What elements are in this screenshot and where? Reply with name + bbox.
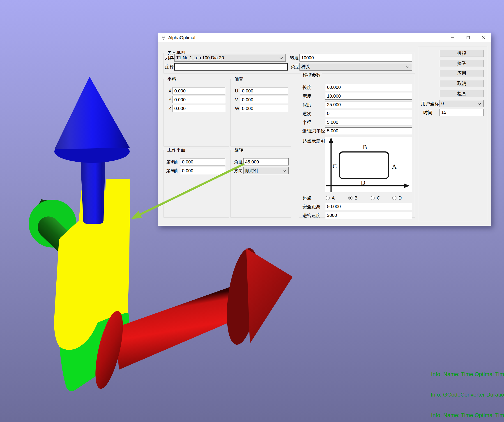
- passes-input[interactable]: 0: [325, 110, 412, 117]
- radio-icon: [371, 196, 375, 200]
- maximize-button[interactable]: [461, 33, 476, 42]
- minimize-icon: [451, 36, 454, 39]
- diagram-label-top: B: [363, 144, 367, 151]
- title-bar[interactable]: AlphaOptimal: [158, 33, 491, 42]
- start-radio-a[interactable]: A: [326, 194, 335, 202]
- radius-label: 半径: [302, 119, 312, 126]
- u-label: U: [235, 87, 238, 95]
- y-input[interactable]: 0.000: [173, 96, 225, 103]
- x-label: X: [168, 87, 171, 95]
- radio-icon: [392, 196, 396, 200]
- group-title: 平移: [166, 76, 178, 82]
- u-input[interactable]: 0.000: [240, 87, 288, 95]
- maximize-icon: [466, 36, 470, 39]
- w-label: W: [235, 105, 239, 112]
- start-radio-c[interactable]: C: [371, 194, 380, 202]
- info-log: Info: Name: Time Optimal Time Info: GCod…: [431, 357, 504, 422]
- safety-distance-label: 安全距离: [302, 203, 320, 210]
- check-button[interactable]: 检查: [440, 90, 484, 97]
- log-line: Info: Name: Time Optimal Time: [431, 412, 504, 419]
- radio-label: B: [354, 196, 357, 201]
- safety-distance-input[interactable]: 50.000: [325, 203, 412, 210]
- type-label: 类型: [291, 63, 300, 70]
- alphaoptimal-dialog: AlphaOptimal 刀具类型 平移 偏置 工作平面 旋转 榫槽参数: [158, 33, 491, 226]
- feed-rate-input[interactable]: 3000: [325, 212, 412, 219]
- start-radio-d[interactable]: D: [392, 194, 402, 202]
- depth-label: 深度: [302, 101, 312, 108]
- diagram-label-right: A: [392, 163, 397, 170]
- time-label: 时间: [423, 109, 432, 116]
- direction-select[interactable]: 顺时针: [243, 167, 289, 174]
- chevron-down-icon: [406, 65, 409, 68]
- x-input[interactable]: 0.000: [173, 87, 225, 95]
- diagram-label-bottom: D: [361, 179, 365, 186]
- tool-label: 刀具: [165, 54, 174, 61]
- radio-label: D: [398, 196, 402, 201]
- axis-right-arrowhead: [404, 184, 409, 188]
- v-input[interactable]: 0.000: [240, 96, 288, 103]
- start-diagram-label: 起点示意图: [302, 137, 325, 145]
- chevron-down-icon: [478, 101, 481, 105]
- radius-input[interactable]: 5.000: [325, 119, 412, 126]
- type-select-value: 榫头: [301, 64, 310, 70]
- radio-label: C: [377, 196, 380, 201]
- z-label: Z: [168, 105, 171, 112]
- user-coord-value: 0: [441, 101, 444, 106]
- accept-button[interactable]: 接受: [440, 60, 484, 67]
- type-select[interactable]: 榫头: [300, 63, 412, 71]
- width-input[interactable]: 10.000: [325, 93, 412, 100]
- w-input[interactable]: 0.000: [240, 105, 288, 112]
- user-coord-select[interactable]: 0: [439, 100, 484, 107]
- tool-select[interactable]: T1 No:1 Len:100 Dia:20: [174, 54, 286, 62]
- angle-input[interactable]: 45.000: [243, 158, 289, 166]
- axis5-input[interactable]: 0.000: [180, 167, 225, 174]
- lead-radius-label: 进/退刀半径: [302, 127, 325, 135]
- comment-input[interactable]: [174, 63, 288, 71]
- axis-up-arrowhead: [329, 137, 333, 143]
- length-label: 长度: [302, 84, 312, 91]
- log-line: Info: GCodeConverter Duration: [431, 391, 504, 398]
- radio-selected-icon: [348, 196, 353, 200]
- window-title: AlphaOptimal: [168, 33, 195, 42]
- lead-radius-input[interactable]: 5.000: [325, 127, 412, 134]
- log-line: Info: Name: Time Optimal Time: [431, 371, 504, 378]
- start-radio-b[interactable]: B: [348, 194, 357, 202]
- depth-input[interactable]: 25.000: [325, 101, 412, 108]
- radio-label: A: [332, 196, 335, 201]
- z-input[interactable]: 0.000: [173, 105, 225, 112]
- feed-rate-label: 进给速度: [302, 212, 320, 219]
- speed-label: 转速: [290, 54, 299, 61]
- simulate-button[interactable]: 模拟: [440, 50, 484, 57]
- close-button[interactable]: [476, 33, 491, 42]
- axis4-input[interactable]: 0.000: [180, 158, 225, 166]
- comment-label: 注释: [165, 63, 174, 70]
- diagram-label-left: C: [333, 162, 337, 170]
- group-title: 偏置: [233, 76, 245, 82]
- direction-select-value: 顺时针: [245, 168, 259, 174]
- v-label: V: [235, 96, 238, 103]
- screen: { "window": { "title": "AlphaOptimal" },…: [0, 0, 504, 422]
- speed-input[interactable]: 10000: [300, 54, 412, 62]
- start-point-diagram: B C A D: [325, 137, 412, 192]
- group-title: 旋转: [233, 147, 245, 153]
- group-title: 榫槽参数: [301, 72, 322, 78]
- time-input[interactable]: 15: [439, 109, 484, 116]
- chevron-down-icon: [280, 56, 283, 59]
- passes-label: 道次: [302, 110, 312, 117]
- axis4-label: 第4轴: [166, 158, 178, 166]
- tool-select-value: T1 No:1 Len:100 Dia:20: [176, 55, 224, 60]
- y-label: Y: [168, 96, 171, 103]
- close-icon: [482, 36, 486, 39]
- radio-icon: [326, 196, 330, 200]
- minimize-button[interactable]: [445, 33, 460, 42]
- apply-button[interactable]: 应用: [440, 70, 484, 77]
- user-coord-label: 用户坐标: [421, 100, 439, 107]
- axis5-label: 第5轴: [166, 167, 178, 174]
- direction-label: 方向: [234, 167, 243, 174]
- chevron-down-icon: [282, 168, 286, 172]
- cancel-button[interactable]: 取消: [440, 80, 484, 87]
- start-label: 起点: [302, 194, 312, 202]
- length-input[interactable]: 60.000: [325, 84, 412, 91]
- app-icon: [161, 35, 166, 40]
- angle-label: 角度: [234, 158, 243, 166]
